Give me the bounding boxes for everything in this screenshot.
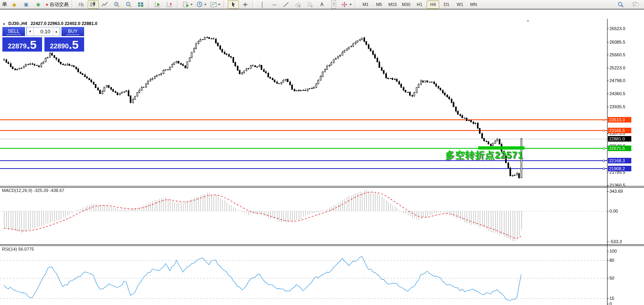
indicators-icon[interactable]: ▼ [181,0,194,9]
rsi-axis-tick: 50 [609,275,641,281]
line-chart-icon[interactable] [100,0,111,9]
price-label-plate: 22881.0 [608,136,631,142]
sell-price-box[interactable]: 22879 .5 [2,37,42,52]
line-edit-handle[interactable] [603,119,605,121]
crosshair-icon[interactable] [240,0,251,9]
toolbar-separator [71,1,74,8]
toolbar: 单◆▣◉●自动交易▼▼▼│─EFAT▼M1M5M15M30H1H4D1W1MN [0,0,644,9]
templates-icon[interactable]: ▼ [209,0,222,9]
rsi-axis-tick: 80 [609,257,641,263]
buy-price-box[interactable]: 22890 .5 [44,37,84,52]
dropdown-caret-icon[interactable]: ▼ [204,1,207,8]
cursor-icon[interactable] [228,0,239,9]
sell-price-frac: .5 [27,39,37,50]
rsi-axis-tick: 0 [609,301,641,305]
chart-title: ▲ DJ30-,H4 22427.0 22963.0 22402.0 22881… [2,21,97,26]
mt4-terminal-window: 单◆▣◉●自动交易▼▼▼│─EFAT▼M1M5M15M30H1H4D1W1MN … [0,0,644,305]
price-label-plate: 22168.3 [608,158,631,163]
macd-signal-value: -438.67 [50,188,64,193]
symbol-timeframe-label: DJ30-,H4 [8,21,27,26]
collapse-panel-icon[interactable]: ▲ [2,22,6,25]
sell-button[interactable]: SELL [2,27,25,36]
signal-icon[interactable]: ◉ [33,0,44,9]
volume-decrease-button[interactable]: ▼ [27,27,34,36]
toolbar-menu-text[interactable]: 单 [1,1,8,8]
toolbar-separator [148,1,151,8]
line-edit-handle[interactable] [603,148,605,150]
price-axis-tick: 24360.5 [609,91,641,96]
tile-windows-icon[interactable] [135,0,146,9]
buy-price-main: 22890 [50,42,69,50]
price-label-plate: 22571.5 [608,146,631,151]
auto-scroll-icon[interactable] [152,0,163,9]
price-axis-tick: 26085.5 [609,39,641,45]
dropdown-caret-icon[interactable]: ▼ [349,1,352,8]
rsi-value: 56.0775 [18,247,34,251]
toolbar-buttons: 单◆▣◉●自动交易▼▼▼│─EFAT▼M1M5M15M30H1H4D1W1MN [1,0,480,9]
price-label-plate: 23510.3 [608,117,631,123]
price-axis-tick: 24798.0 [609,78,641,83]
price-axis-tick: 23935.5 [609,104,641,109]
label-icon[interactable]: T [328,0,339,9]
vertical-line-icon[interactable]: │ [257,0,268,9]
rsi-axis-tick: 15 [609,295,641,301]
rsi-pane-separator[interactable] [0,244,644,246]
trendline-icon[interactable] [281,0,292,9]
equidistant-channel-icon[interactable]: E [292,0,304,9]
chart-shift-icon[interactable] [164,0,175,9]
macd-axis-tick: -533.3 [609,239,641,244]
chat-icon[interactable] [630,0,641,9]
macd-canvas[interactable] [0,188,607,245]
periods-icon[interactable]: ▼ [195,0,208,9]
toolbar-separator [177,1,180,8]
volume-stepper: ▼ 0.10 ▲ [26,27,60,36]
text-icon[interactable]: A [316,0,327,9]
pivot-annotation-text[interactable]: 多空转折点22571 [445,149,523,161]
macd-axis-tick: 0.00 [609,208,641,214]
chart-window: ▲ DJ30-,H4 22427.0 22963.0 22402.0 22881… [0,9,644,305]
zoom-out-icon[interactable] [123,0,135,9]
line-edit-handle[interactable] [603,160,605,162]
buy-price-frac: .5 [69,39,79,50]
new-order-icon[interactable]: ◆ [9,0,20,9]
sell-price-main: 22879 [8,42,27,50]
autotrade-button-label: 自动交易 [50,1,69,8]
price-axis-tick: 26523.0 [609,26,641,31]
macd-axis-tick: 343.69 [609,188,641,194]
bar-chart-icon[interactable] [76,0,87,9]
dropdown-caret-icon[interactable]: ▼ [218,1,221,8]
svg-text:E: E [299,5,300,8]
line-edit-handle[interactable] [603,130,605,132]
svg-text:F: F [311,5,313,8]
price-axis-tick: 25660.5 [609,52,641,58]
volume-value[interactable]: 0.10 [34,27,53,36]
price-axis-line [607,19,607,305]
toolbar-separator [252,1,255,8]
macd-pane-separator[interactable] [0,186,644,188]
candlestick-icon[interactable] [88,0,99,9]
price-label-plate: 21908.2 [608,166,631,171]
autotrade-button[interactable]: ●自动交易 [44,0,70,9]
one-click-trading-panel: SELL ▼ 0.10 ▲ BUY 22879 .5 22890 .5 [2,27,84,52]
arrows-icon[interactable]: ▼ [340,0,353,9]
rsi-indicator-label: RSI(14) 56.0775 [2,247,34,251]
zoom-in-icon[interactable] [111,0,123,9]
search-icon[interactable] [615,0,626,9]
toolbar-separator [223,1,226,8]
toolbar-separator [355,1,358,8]
toolbar-right-buttons [615,0,642,9]
charts-window-icon[interactable]: ▣ [21,0,32,9]
buy-button[interactable]: BUY [62,27,84,36]
macd-value: -325.39 [33,188,48,193]
price-axis-tick: 25223.0 [609,65,641,71]
rsi-canvas[interactable] [0,246,607,305]
rsi-axis-tick: 100 [609,248,641,254]
dropdown-caret-icon[interactable]: ▼ [190,1,193,8]
chart-shift-marker-icon[interactable]: ▼ [526,19,530,23]
horizontal-line-icon[interactable]: ─ [269,0,280,9]
ohlc-values: 22427.0 22963.0 22402.0 22881.0 [31,21,97,26]
macd-indicator-label: MACD(12,26,9) -325.39 -438.67 [2,188,64,193]
volume-increase-button[interactable]: ▲ [53,27,60,36]
line-edit-handle[interactable] [603,168,605,170]
fibonacci-icon[interactable]: F [304,0,315,9]
